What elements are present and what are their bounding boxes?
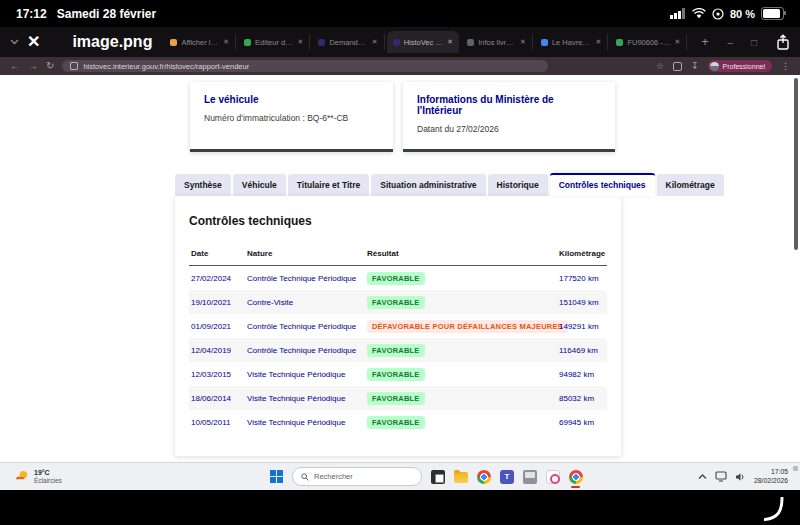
tab-close-icon[interactable]: ✕ xyxy=(372,38,378,46)
status-badge: FAVORABLE xyxy=(367,296,425,309)
status-date: Samedi 28 février xyxy=(57,7,156,21)
status-badge: FAVORABLE xyxy=(367,392,425,405)
status-badge: FAVORABLE xyxy=(367,344,425,357)
bottom-strip xyxy=(0,490,800,525)
show-desktop-sliver[interactable] xyxy=(793,466,798,471)
table-row: 10/05/2011Visite Technique PériodiqueFAV… xyxy=(189,410,607,434)
browser-tab[interactable]: Afficher le véhicule - Ad✕ xyxy=(164,34,236,50)
browser-tab[interactable]: Editeur de documents d✕ xyxy=(238,34,310,50)
page-content: Le véhicule Numéro d'immatriculation : B… xyxy=(0,75,800,462)
share-icon[interactable] xyxy=(776,34,790,50)
cell-resultat: FAVORABLE xyxy=(365,386,557,410)
browser-tab[interactable]: HistoVec - Rapport vend✕ xyxy=(387,31,460,53)
file-explorer-icon[interactable] xyxy=(454,472,468,483)
tab-situation-administrative[interactable]: Situation administrative xyxy=(371,174,485,196)
tab-contr-les-techniques[interactable]: Contrôles techniques xyxy=(550,173,655,196)
teams-icon[interactable]: T xyxy=(500,470,514,484)
minimize-button[interactable]: – xyxy=(722,37,738,48)
cell-nature: Contrôle Technique Périodique xyxy=(245,314,365,338)
reload-icon[interactable]: ↻ xyxy=(46,61,54,71)
header-date: Date xyxy=(189,242,245,266)
address-bar[interactable]: histovec.interieur.gouv.fr/histovec/rapp… xyxy=(62,60,548,72)
vehicle-card-title: Le véhicule xyxy=(204,94,379,105)
cell-nature: Contrôle Technique Périodique xyxy=(245,266,365,291)
status-time: 17:12 xyxy=(16,7,47,21)
scrollbar[interactable] xyxy=(794,78,798,250)
tab-label: Demande de certificat d xyxy=(329,38,367,47)
ministry-card-title: Informations du Ministère de l'Intérieur xyxy=(417,94,601,116)
weather-desc: Éclaircies xyxy=(34,477,62,484)
tab-close-icon[interactable]: ✕ xyxy=(298,38,304,46)
tab-titulaire-et-titre[interactable]: Titulaire et Titre xyxy=(288,174,369,196)
site-icon xyxy=(70,62,78,70)
tab-historique[interactable]: Historique xyxy=(488,174,548,196)
network-tray-icon[interactable] xyxy=(715,471,727,482)
cell-resultat: FAVORABLE xyxy=(365,410,557,434)
cell-resultat: FAVORABLE xyxy=(365,362,557,386)
volume-tray-icon[interactable] xyxy=(735,472,746,482)
tab-close-icon[interactable]: ✕ xyxy=(596,38,602,46)
cell-date: 12/04/2019 xyxy=(189,338,245,362)
cell-date: 12/03/2015 xyxy=(189,362,245,386)
chevron-down-icon[interactable] xyxy=(10,39,19,45)
tab-synth-se[interactable]: Synthèse xyxy=(175,174,231,196)
viewer-bar: ✕ image.png Afficher le véhicule - Ad✕Ed… xyxy=(0,27,800,57)
taskbar-clock[interactable]: 17:05 28/02/2026 xyxy=(754,468,788,485)
tab-favicon xyxy=(318,39,325,46)
task-view-icon[interactable] xyxy=(431,470,445,484)
tab-favicon xyxy=(541,39,548,46)
tab-favicon xyxy=(616,39,623,46)
forward-icon[interactable]: → xyxy=(28,61,38,71)
cell-resultat: FAVORABLE xyxy=(365,290,557,314)
browser-menu-icon[interactable]: ⋮ xyxy=(781,62,790,71)
profile-chip[interactable]: Professionnel xyxy=(708,60,772,72)
bookmark-star-icon[interactable]: ☆ xyxy=(656,62,664,71)
wifi-icon xyxy=(692,8,706,19)
table-row: 18/06/2014Visite Technique PériodiqueFAV… xyxy=(189,386,607,410)
tab-label: Infos livres de police nu xyxy=(478,38,516,47)
tab-v-hicule[interactable]: Véhicule xyxy=(233,174,286,196)
new-tab-button[interactable]: + xyxy=(695,35,714,49)
ministry-card: Informations du Ministère de l'Intérieur… xyxy=(403,82,615,152)
viewer-tab-strip: Afficher le véhicule - Ad✕Editeur de doc… xyxy=(164,27,687,57)
cell-resultat: DÉFAVORABLE POUR DÉFAILLANCES MAJEURES xyxy=(365,314,557,338)
taskbar-search[interactable]: Rechercher xyxy=(292,467,422,486)
cell-date: 19/10/2021 xyxy=(189,290,245,314)
tab-label: Editeur de documents d xyxy=(255,38,293,47)
snipping-tool-icon[interactable] xyxy=(546,470,560,484)
windows-start-button[interactable] xyxy=(270,470,283,483)
browser-url-bar: ← → ↻ histovec.interieur.gouv.fr/histove… xyxy=(0,57,800,75)
tray-chevron-icon[interactable] xyxy=(698,474,707,480)
tab-kilom-trage[interactable]: Kilométrage xyxy=(657,174,724,196)
tab-close-icon[interactable]: ✕ xyxy=(223,38,229,46)
weather-widget[interactable]: 19°C Éclaircies xyxy=(0,469,270,485)
status-bar: 17:12 Samedi 28 février 80 % xyxy=(0,0,800,27)
profile-name: Professionnel xyxy=(723,63,765,70)
browser-tab[interactable]: FU90606 - Google Sheets✕ xyxy=(610,34,687,50)
chrome-icon[interactable] xyxy=(477,470,491,484)
cell-nature: Contrôle Technique Périodique xyxy=(245,338,365,362)
extensions-icon[interactable] xyxy=(673,62,682,71)
tab-favicon xyxy=(244,39,251,46)
tab-close-icon[interactable]: ✕ xyxy=(674,38,680,46)
cell-nature: Visite Technique Périodique xyxy=(245,386,365,410)
close-icon[interactable]: ✕ xyxy=(27,34,40,50)
browser-tab[interactable]: Le Havre (Montivilliers) -✕ xyxy=(535,34,608,50)
cell-kilometrage: 94982 km xyxy=(557,362,607,386)
controles-panel: Contrôles techniques Date Nature Résulta… xyxy=(175,196,621,456)
status-badge: FAVORABLE xyxy=(367,272,425,285)
tab-close-icon[interactable]: ✕ xyxy=(520,38,526,46)
vehicle-card: Le véhicule Numéro d'immatriculation : B… xyxy=(190,82,393,152)
browser-tab[interactable]: Demande de certificat d✕ xyxy=(312,34,384,50)
chrome-active-icon[interactable] xyxy=(569,470,583,484)
cell-kilometrage: 149291 km xyxy=(557,314,607,338)
browser-tab[interactable]: Infos livres de police nu✕ xyxy=(461,34,533,50)
cell-nature: Visite Technique Périodique xyxy=(245,362,365,386)
download-icon[interactable]: ↧ xyxy=(691,62,699,71)
back-icon[interactable]: ← xyxy=(10,61,20,71)
cell-date: 01/09/2021 xyxy=(189,314,245,338)
tab-close-icon[interactable]: ✕ xyxy=(447,38,453,46)
remote-desktop-icon[interactable] xyxy=(523,470,537,484)
ministry-card-body: Datant du 27/02/2026 xyxy=(417,124,601,134)
maximize-button[interactable]: □ xyxy=(746,37,762,48)
